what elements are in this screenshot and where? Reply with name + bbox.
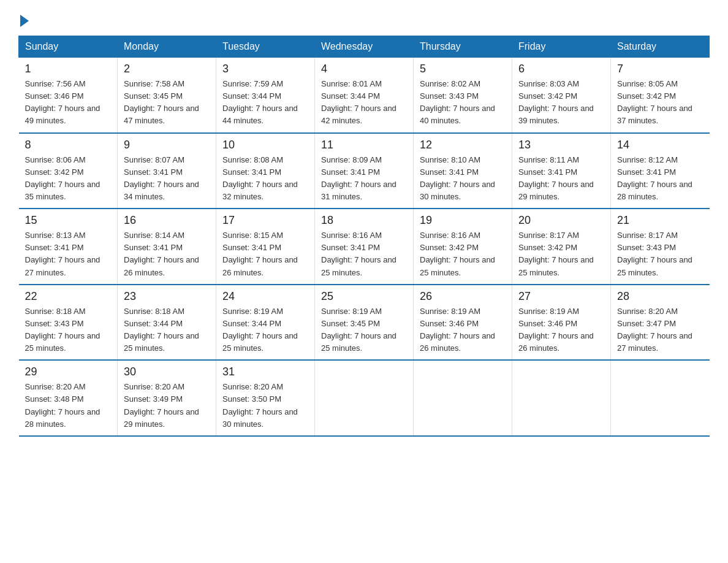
calendar-day-cell: 8Sunrise: 8:06 AMSunset: 3:42 PMDaylight… [19,133,118,209]
calendar-day-cell [611,360,710,436]
day-number: 14 [617,139,703,151]
day-info: Sunrise: 8:15 AMSunset: 3:41 PMDaylight:… [222,229,308,279]
calendar-week-row: 1Sunrise: 7:56 AMSunset: 3:46 PMDaylight… [19,58,710,133]
day-info: Sunrise: 8:09 AMSunset: 3:41 PMDaylight:… [321,154,407,204]
day-info: Sunrise: 8:18 AMSunset: 3:44 PMDaylight:… [124,305,210,355]
calendar-week-row: 22Sunrise: 8:18 AMSunset: 3:43 PMDayligh… [19,285,710,361]
calendar-day-cell: 4Sunrise: 8:01 AMSunset: 3:44 PMDaylight… [315,58,414,133]
calendar-day-cell: 25Sunrise: 8:19 AMSunset: 3:45 PMDayligh… [315,285,414,361]
day-number: 4 [321,63,407,75]
day-number: 8 [25,139,112,151]
calendar-day-cell: 10Sunrise: 8:08 AMSunset: 3:41 PMDayligh… [216,133,315,209]
calendar-day-cell [414,360,512,436]
day-info: Sunrise: 7:58 AMSunset: 3:45 PMDaylight:… [124,78,210,128]
logo-arrow-icon [20,15,29,27]
day-number: 9 [124,139,210,151]
calendar-day-cell: 15Sunrise: 8:13 AMSunset: 3:41 PMDayligh… [19,209,118,285]
calendar-day-cell: 9Sunrise: 8:07 AMSunset: 3:41 PMDaylight… [118,133,216,209]
day-info: Sunrise: 8:10 AMSunset: 3:41 PMDaylight:… [420,154,506,204]
calendar-header-saturday: Saturday [611,36,710,58]
day-info: Sunrise: 8:01 AMSunset: 3:44 PMDaylight:… [321,78,407,128]
day-info: Sunrise: 8:20 AMSunset: 3:48 PMDaylight:… [25,381,112,431]
calendar-day-cell: 24Sunrise: 8:19 AMSunset: 3:44 PMDayligh… [216,285,315,361]
calendar-header-row: SundayMondayTuesdayWednesdayThursdayFrid… [19,36,710,58]
day-info: Sunrise: 8:17 AMSunset: 3:43 PMDaylight:… [617,229,703,279]
day-info: Sunrise: 8:12 AMSunset: 3:41 PMDaylight:… [617,154,703,204]
calendar-day-cell: 18Sunrise: 8:16 AMSunset: 3:41 PMDayligh… [315,209,414,285]
day-info: Sunrise: 8:11 AMSunset: 3:41 PMDaylight:… [518,154,604,204]
calendar-day-cell: 16Sunrise: 8:14 AMSunset: 3:41 PMDayligh… [118,209,216,285]
day-info: Sunrise: 8:05 AMSunset: 3:42 PMDaylight:… [617,78,703,128]
calendar-header-thursday: Thursday [414,36,512,58]
day-number: 18 [321,214,407,227]
day-number: 3 [222,63,308,75]
day-info: Sunrise: 8:07 AMSunset: 3:41 PMDaylight:… [124,154,210,204]
day-number: 12 [420,139,506,151]
calendar-day-cell: 30Sunrise: 8:20 AMSunset: 3:49 PMDayligh… [118,360,216,436]
day-number: 17 [222,214,308,227]
day-number: 31 [222,366,308,378]
day-info: Sunrise: 8:18 AMSunset: 3:43 PMDaylight:… [25,305,112,355]
calendar-day-cell: 1Sunrise: 7:56 AMSunset: 3:46 PMDaylight… [19,58,118,133]
calendar-header-sunday: Sunday [19,36,118,58]
calendar-day-cell: 22Sunrise: 8:18 AMSunset: 3:43 PMDayligh… [19,285,118,361]
day-number: 7 [617,63,703,75]
calendar-day-cell: 2Sunrise: 7:58 AMSunset: 3:45 PMDaylight… [118,58,216,133]
day-info: Sunrise: 8:13 AMSunset: 3:41 PMDaylight:… [25,229,112,279]
day-number: 2 [124,63,210,75]
calendar-day-cell: 12Sunrise: 8:10 AMSunset: 3:41 PMDayligh… [414,133,512,209]
day-info: Sunrise: 8:14 AMSunset: 3:41 PMDaylight:… [124,229,210,279]
calendar-day-cell: 23Sunrise: 8:18 AMSunset: 3:44 PMDayligh… [118,285,216,361]
calendar-day-cell: 5Sunrise: 8:02 AMSunset: 3:43 PMDaylight… [414,58,512,133]
day-number: 1 [25,63,112,75]
calendar-header-monday: Monday [118,36,216,58]
calendar-week-row: 29Sunrise: 8:20 AMSunset: 3:48 PMDayligh… [19,360,710,436]
calendar-day-cell: 11Sunrise: 8:09 AMSunset: 3:41 PMDayligh… [315,133,414,209]
day-info: Sunrise: 7:56 AMSunset: 3:46 PMDaylight:… [25,78,112,128]
calendar-header-wednesday: Wednesday [315,36,414,58]
day-number: 11 [321,139,407,151]
day-number: 15 [25,214,112,227]
page-header [18,12,710,25]
calendar-day-cell: 28Sunrise: 8:20 AMSunset: 3:47 PMDayligh… [611,285,710,361]
calendar-header-tuesday: Tuesday [216,36,315,58]
day-info: Sunrise: 7:59 AMSunset: 3:44 PMDaylight:… [222,78,308,128]
calendar-week-row: 8Sunrise: 8:06 AMSunset: 3:42 PMDaylight… [19,133,710,209]
calendar-day-cell: 31Sunrise: 8:20 AMSunset: 3:50 PMDayligh… [216,360,315,436]
day-number: 10 [222,139,308,151]
calendar-day-cell: 7Sunrise: 8:05 AMSunset: 3:42 PMDaylight… [611,58,710,133]
calendar-day-cell: 27Sunrise: 8:19 AMSunset: 3:46 PMDayligh… [512,285,611,361]
day-number: 5 [420,63,506,75]
day-info: Sunrise: 8:03 AMSunset: 3:42 PMDaylight:… [518,78,604,128]
calendar-day-cell: 21Sunrise: 8:17 AMSunset: 3:43 PMDayligh… [611,209,710,285]
day-info: Sunrise: 8:16 AMSunset: 3:42 PMDaylight:… [420,229,506,279]
calendar-day-cell: 6Sunrise: 8:03 AMSunset: 3:42 PMDaylight… [512,58,611,133]
day-number: 30 [124,366,210,378]
calendar-week-row: 15Sunrise: 8:13 AMSunset: 3:41 PMDayligh… [19,209,710,285]
calendar-day-cell: 20Sunrise: 8:17 AMSunset: 3:42 PMDayligh… [512,209,611,285]
day-number: 27 [518,290,604,303]
day-number: 26 [420,290,506,303]
day-number: 25 [321,290,407,303]
logo [18,12,29,25]
day-number: 22 [25,290,112,303]
calendar-day-cell: 14Sunrise: 8:12 AMSunset: 3:41 PMDayligh… [611,133,710,209]
calendar-day-cell [315,360,414,436]
calendar-day-cell: 29Sunrise: 8:20 AMSunset: 3:48 PMDayligh… [19,360,118,436]
day-info: Sunrise: 8:19 AMSunset: 3:44 PMDaylight:… [222,305,308,355]
day-info: Sunrise: 8:19 AMSunset: 3:46 PMDaylight:… [420,305,506,355]
day-number: 24 [222,290,308,303]
day-number: 21 [617,214,703,227]
calendar-day-cell: 19Sunrise: 8:16 AMSunset: 3:42 PMDayligh… [414,209,512,285]
day-number: 19 [420,214,506,227]
day-info: Sunrise: 8:20 AMSunset: 3:49 PMDaylight:… [124,381,210,431]
calendar-day-cell: 17Sunrise: 8:15 AMSunset: 3:41 PMDayligh… [216,209,315,285]
day-info: Sunrise: 8:02 AMSunset: 3:43 PMDaylight:… [420,78,506,128]
day-info: Sunrise: 8:20 AMSunset: 3:50 PMDaylight:… [222,381,308,431]
day-info: Sunrise: 8:08 AMSunset: 3:41 PMDaylight:… [222,154,308,204]
calendar-day-cell [512,360,611,436]
day-info: Sunrise: 8:20 AMSunset: 3:47 PMDaylight:… [617,305,703,355]
day-number: 20 [518,214,604,227]
calendar-header-friday: Friday [512,36,611,58]
day-number: 29 [25,366,112,378]
